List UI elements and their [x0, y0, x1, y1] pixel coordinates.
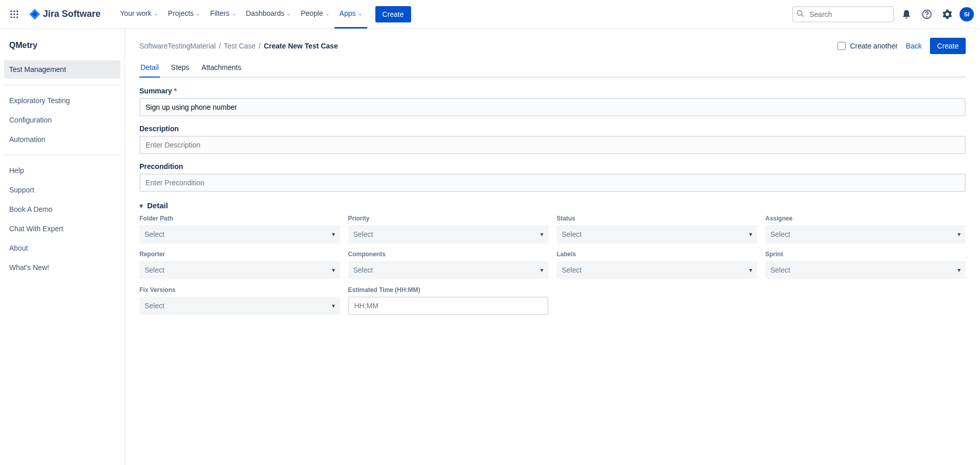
detail-section-header[interactable]: ▾ Detail	[139, 201, 966, 210]
chevron-down-icon: ⌄	[196, 11, 200, 16]
sidebar-item-support[interactable]: Support	[4, 181, 121, 199]
priority-select[interactable]: Select▾	[348, 225, 549, 243]
sidebar-item-book-a-demo[interactable]: Book A Demo	[4, 200, 121, 218]
svg-point-1	[13, 10, 15, 12]
top-navigation: Jira Software Your work⌄Projects⌄Filters…	[0, 0, 980, 29]
sidebar-item-exploratory-testing[interactable]: Exploratory Testing	[4, 91, 121, 110]
sidebar-title: QMetry	[4, 41, 121, 60]
nav-items: Your work⌄Projects⌄Filters⌄Dashboards⌄Pe…	[115, 0, 367, 29]
field-estimated-time: Estimated Time (HH:MM)	[348, 286, 549, 315]
search-icon	[796, 9, 804, 19]
svg-point-0	[11, 10, 12, 12]
search-box	[792, 6, 894, 22]
status-select[interactable]: Select▾	[557, 225, 757, 243]
assignee-select[interactable]: Select▾	[766, 225, 966, 243]
main-content: SoftwareTestingMaterial / Test Case / Cr…	[125, 29, 980, 465]
breadcrumb-item: Create New Test Case	[264, 42, 338, 50]
page-actions: Create another Back Create	[838, 38, 966, 54]
create-another-checkbox[interactable]: Create another	[838, 42, 897, 50]
chevron-down-icon: ⌄	[358, 11, 362, 16]
field-sprint: SprintSelect▾	[766, 251, 966, 279]
svg-point-8	[16, 16, 18, 18]
topnav-right: SI	[792, 6, 974, 22]
nav-item-apps[interactable]: Apps⌄	[334, 0, 367, 29]
summary-label: Summary *	[139, 87, 966, 95]
precondition-input[interactable]	[139, 174, 966, 192]
sidebar-item-automation[interactable]: Automation	[4, 130, 121, 149]
sidebar-item-chat-with-expert[interactable]: Chat With Expert	[4, 219, 121, 238]
field-description: Description	[139, 125, 966, 154]
breadcrumb-item[interactable]: SoftwareTestingMaterial	[139, 42, 216, 50]
svg-point-9	[797, 10, 802, 15]
svg-point-4	[13, 13, 15, 15]
chevron-down-icon: ⌄	[154, 11, 158, 16]
layout: QMetry Test ManagementExploratory Testin…	[0, 29, 980, 465]
field-priority: PrioritySelect▾	[348, 215, 549, 243]
settings-icon[interactable]	[939, 6, 955, 22]
sidebar-item-about[interactable]: About	[4, 239, 121, 257]
field-label: Status	[557, 215, 757, 222]
breadcrumb-item[interactable]: Test Case	[224, 42, 255, 50]
notifications-icon[interactable]	[898, 6, 915, 22]
nav-item-dashboards[interactable]: Dashboards⌄	[241, 0, 296, 29]
description-label: Description	[139, 125, 966, 133]
field-label: Labels	[557, 251, 757, 258]
nav-item-your-work[interactable]: Your work⌄	[115, 0, 163, 29]
sidebar-item-what-s-new-[interactable]: What's New!	[4, 258, 121, 277]
summary-input[interactable]	[139, 98, 966, 116]
help-icon[interactable]	[919, 6, 935, 22]
estimated-time-input[interactable]	[348, 297, 549, 315]
create-another-label: Create another	[850, 42, 897, 50]
search-input[interactable]	[792, 6, 894, 22]
labels-select[interactable]: Select▾	[557, 261, 757, 279]
field-fix-versions: Fix Versions Select ▾	[139, 286, 340, 315]
field-label: Reporter	[139, 251, 340, 258]
components-select[interactable]: Select▾	[348, 261, 549, 279]
tabs: DetailStepsAttachments	[139, 60, 966, 78]
tab-attachments[interactable]: Attachments	[201, 60, 243, 78]
reporter-select[interactable]: Select▾	[139, 261, 340, 279]
tab-detail[interactable]: Detail	[139, 60, 160, 78]
field-label: Priority	[348, 215, 549, 222]
chevron-down-icon: ⌄	[232, 11, 236, 16]
sidebar-divider	[4, 85, 121, 85]
jira-logo-icon	[29, 8, 41, 20]
create-another-input[interactable]	[838, 42, 846, 50]
field-labels: LabelsSelect▾	[557, 251, 757, 279]
create-button-topnav[interactable]: Create	[375, 6, 411, 22]
fix-versions-select[interactable]: Select ▾	[139, 297, 340, 315]
field-folder-path: Folder PathSelect▾	[139, 215, 340, 243]
nav-item-people[interactable]: People⌄	[296, 0, 334, 29]
tab-steps[interactable]: Steps	[170, 60, 190, 78]
folder-path-select[interactable]: Select▾	[139, 225, 340, 243]
user-avatar[interactable]: SI	[960, 7, 974, 21]
breadcrumb-separator: /	[219, 42, 221, 50]
precondition-label: Precondition	[139, 162, 966, 170]
svg-point-7	[13, 16, 15, 18]
sprint-select[interactable]: Select▾	[766, 261, 966, 279]
svg-point-5	[16, 13, 18, 15]
fix-versions-label: Fix Versions	[139, 286, 340, 293]
field-label: Components	[348, 251, 549, 258]
sidebar-item-configuration[interactable]: Configuration	[4, 111, 121, 129]
description-input[interactable]	[139, 136, 966, 154]
field-label: Sprint	[766, 251, 966, 258]
field-assignee: AssigneeSelect▾	[766, 215, 966, 243]
back-button[interactable]: Back	[906, 42, 922, 50]
chevron-down-icon: ▾	[139, 202, 143, 210]
field-precondition: Precondition	[139, 162, 966, 192]
detail-grid-row3: Fix Versions Select ▾ Estimated Time (HH…	[139, 286, 966, 315]
field-status: StatusSelect▾	[557, 215, 757, 243]
create-button[interactable]: Create	[930, 38, 966, 54]
field-components: ComponentsSelect▾	[348, 251, 549, 279]
svg-point-2	[16, 10, 18, 12]
detail-section-title: Detail	[147, 201, 168, 210]
jira-logo[interactable]: Jira Software	[25, 8, 105, 20]
sidebar-item-test-management[interactable]: Test Management	[4, 60, 121, 79]
svg-point-3	[11, 13, 12, 15]
nav-item-projects[interactable]: Projects⌄	[163, 0, 205, 29]
app-switcher-icon[interactable]	[6, 6, 22, 22]
sidebar-item-help[interactable]: Help	[4, 161, 121, 180]
breadcrumb-row: SoftwareTestingMaterial / Test Case / Cr…	[139, 38, 966, 54]
nav-item-filters[interactable]: Filters⌄	[205, 0, 241, 29]
